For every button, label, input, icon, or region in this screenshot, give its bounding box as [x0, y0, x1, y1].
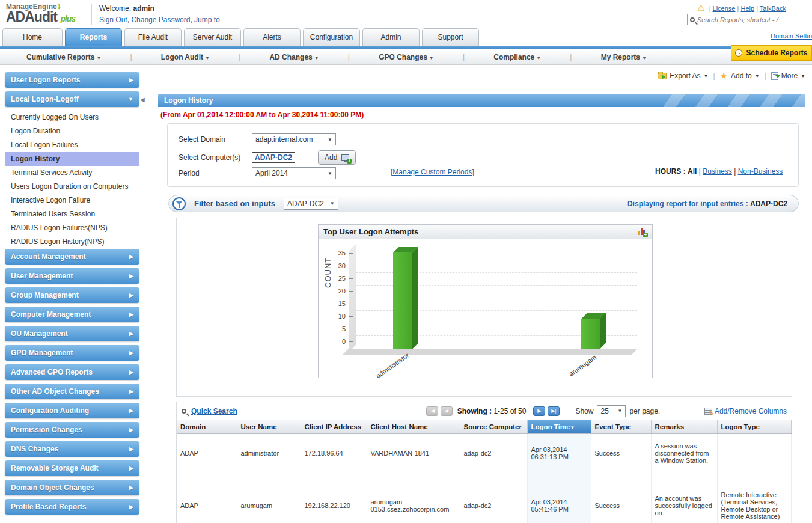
- chevron-right-icon: ▶: [129, 504, 133, 510]
- sidebar-item-radius-logon-failures[interactable]: RADIUS Logon Failures(NPS): [5, 221, 139, 235]
- sidebar-section-profile-based-reports[interactable]: Profile Based Reports▶: [5, 499, 139, 515]
- sidebar-section-account-management[interactable]: Account Management▶: [5, 249, 139, 265]
- next-page-button[interactable]: ▶: [533, 406, 545, 416]
- filter-input-dropdown[interactable]: ADAP-DC2▼: [284, 198, 338, 210]
- sidebar-section-group-management[interactable]: Group Management▶: [5, 287, 139, 303]
- sidebar-section-local-logon-logoff[interactable]: Local Logon-Logoff▼: [5, 91, 139, 107]
- col-logon-type[interactable]: Logon Type: [717, 420, 792, 433]
- bar-arumugam[interactable]: [581, 319, 600, 349]
- col-user-name[interactable]: User Name: [237, 420, 301, 433]
- period-dropdown[interactable]: April 2014▼: [252, 167, 336, 179]
- sign-out-link[interactable]: Sign Out: [99, 16, 127, 24]
- col-remarks[interactable]: Remarks: [651, 420, 717, 433]
- talkback-link[interactable]: TalkBack: [760, 5, 786, 12]
- sidebar-section-removable-storage-audit[interactable]: Removable Storage Audit▶: [5, 460, 139, 476]
- sidebar-collapse-handle[interactable]: ◀: [140, 96, 145, 103]
- sidebar-section-configuration-auditing[interactable]: Configuration Auditing▶: [5, 403, 139, 418]
- col-event-type[interactable]: Event Type: [591, 420, 651, 433]
- chevron-down-icon: ▼: [322, 137, 332, 142]
- report-actions-toolbar: Export As▼ | ★Add to▼ | More▼: [511, 69, 805, 83]
- warning-icon[interactable]: ⚠: [697, 3, 705, 13]
- tab-reports[interactable]: Reports: [65, 28, 122, 46]
- y-tick: 20: [338, 287, 346, 295]
- tab-home[interactable]: Home: [2, 28, 63, 46]
- sidebar-item-logon-duration[interactable]: Logon Duration: [5, 124, 139, 138]
- add-remove-columns-button[interactable]: Add/Remove Columns: [704, 407, 787, 415]
- chevron-right-icon: ▶: [129, 331, 133, 337]
- col-client-host[interactable]: Client Host Name: [367, 420, 460, 433]
- tab-admin[interactable]: Admin: [362, 28, 420, 46]
- subnav-cumulative-reports[interactable]: Cumulative Reports▼: [26, 53, 101, 61]
- search-icon: [182, 409, 186, 414]
- sidebar-section-computer-management[interactable]: Computer Management▶: [5, 307, 139, 322]
- more-button[interactable]: More▼: [771, 72, 805, 80]
- sidebar-item-interactive-logon-failure[interactable]: Interactive Logon Failure: [5, 194, 139, 207]
- selected-computer-chip[interactable]: ADAP-DC2: [252, 152, 295, 163]
- hours-non-business-option[interactable]: Non-Business: [738, 167, 783, 176]
- chart-type-icon[interactable]: [638, 228, 647, 236]
- tab-support[interactable]: Support: [422, 28, 479, 46]
- displaying-report-value: ADAP-DC2: [750, 200, 787, 208]
- sidebar-section-other-ad-object-changes[interactable]: Other AD Object Changes▶: [5, 384, 139, 399]
- sidebar-item-users-logon-duration[interactable]: Users Logon Duration on Computers: [5, 180, 139, 194]
- jump-to-link[interactable]: Jump to: [194, 16, 220, 24]
- chart-plot-area: 35 30 25 20 15 10 5 0 administrator arum…: [356, 248, 637, 349]
- col-client-ip[interactable]: Client IP Address: [301, 420, 367, 433]
- prev-page-button[interactable]: ◀: [441, 406, 453, 416]
- hours-business-option[interactable]: Business: [703, 167, 732, 176]
- computer-add-icon: [341, 154, 349, 161]
- quick-search-button[interactable]: Quick Search: [182, 407, 237, 415]
- manage-custom-periods-link[interactable]: [Manage Custom Periods]: [391, 168, 474, 176]
- sidebar-section-user-management[interactable]: User Management▶: [5, 268, 139, 284]
- tab-file-audit[interactable]: File Audit: [124, 28, 182, 46]
- chevron-right-icon: ▶: [129, 388, 133, 394]
- sidebar-section-gpo-management[interactable]: GPO Management▶: [5, 345, 139, 361]
- sidebar-section-dns-changes[interactable]: DNS Changes▶: [5, 441, 139, 457]
- y-axis-label: COUNT: [323, 257, 332, 288]
- sidebar-section-permission-changes[interactable]: Permission Changes▶: [5, 422, 139, 438]
- export-as-button[interactable]: Export As▼: [658, 72, 708, 80]
- y-tick: 0: [342, 338, 346, 345]
- schedule-reports-button[interactable]: Schedule Reports: [731, 45, 812, 61]
- tab-alerts[interactable]: Alerts: [243, 28, 301, 46]
- help-link[interactable]: Help: [740, 5, 754, 12]
- table-row[interactable]: ADAP arumugam 192.168.22.120 arumugam-01…: [177, 473, 792, 523]
- sidebar-section-user-logon-reports[interactable]: User Logon Reports▶: [5, 72, 139, 88]
- report-search-box[interactable]: [687, 14, 812, 25]
- subnav-ad-changes[interactable]: AD Changes▼: [269, 53, 319, 61]
- col-domain[interactable]: Domain: [177, 420, 237, 433]
- first-page-button[interactable]: |◀: [426, 406, 438, 416]
- show-label: Show: [575, 407, 593, 415]
- tab-configuration[interactable]: Configuration: [303, 28, 360, 46]
- sidebar-item-local-logon-failures[interactable]: Local Logon Failures: [5, 138, 139, 152]
- sidebar-item-terminated-users-session[interactable]: Terminated Users Session: [5, 207, 139, 221]
- report-table-panel: Quick Search |◀ ◀ Showing : 1-25 of 50 ▶…: [176, 402, 792, 523]
- sidebar-item-logon-history[interactable]: Logon History: [5, 152, 139, 166]
- domain-settings-link[interactable]: Domain Settings: [771, 32, 812, 40]
- table-header-row: Domain User Name Client IP Address Clien…: [177, 420, 792, 433]
- bar-administrator[interactable]: [393, 252, 412, 349]
- col-source-computer[interactable]: Source Computer: [460, 420, 527, 433]
- select-domain-dropdown[interactable]: adap.internal.com▼: [252, 133, 336, 145]
- sidebar-section-advanced-gpo-reports[interactable]: Advanced GPO Reports▶: [5, 364, 139, 380]
- sidebar-section-domain-object-changes[interactable]: Domain Object Changes▶: [5, 480, 139, 495]
- sidebar-item-currently-logged-on-users[interactable]: Currently Logged On Users: [5, 111, 139, 124]
- tab-server-audit[interactable]: Server Audit: [184, 28, 241, 46]
- subnav-logon-audit[interactable]: Logon Audit▼: [161, 53, 210, 61]
- change-password-link[interactable]: Change Password: [131, 16, 190, 24]
- subnav-compliance[interactable]: Compliance▼: [493, 53, 541, 61]
- hours-all-option[interactable]: All: [688, 167, 697, 176]
- subnav-gpo-changes[interactable]: GPO Changes▼: [379, 53, 434, 61]
- sidebar-section-ou-management[interactable]: OU Management▶: [5, 326, 139, 341]
- subnav-my-reports[interactable]: My Reports▼: [601, 53, 647, 61]
- add-computer-button[interactable]: Add: [318, 150, 356, 165]
- col-logon-time-sorted[interactable]: Logon Time▼: [527, 420, 591, 433]
- search-input[interactable]: [697, 16, 812, 23]
- sidebar-item-radius-logon-history[interactable]: RADIUS Logon History(NPS): [5, 235, 139, 249]
- last-page-button[interactable]: ▶|: [548, 406, 560, 416]
- table-row[interactable]: ADAP administrator 172.18.96.64 VARDHAMA…: [177, 433, 792, 473]
- page-size-dropdown[interactable]: 25▼: [597, 405, 626, 417]
- license-link[interactable]: License: [713, 5, 736, 12]
- sidebar-item-terminal-services-activity[interactable]: Terminal Services Activity: [5, 166, 139, 180]
- add-to-button[interactable]: ★Add to▼: [720, 72, 760, 80]
